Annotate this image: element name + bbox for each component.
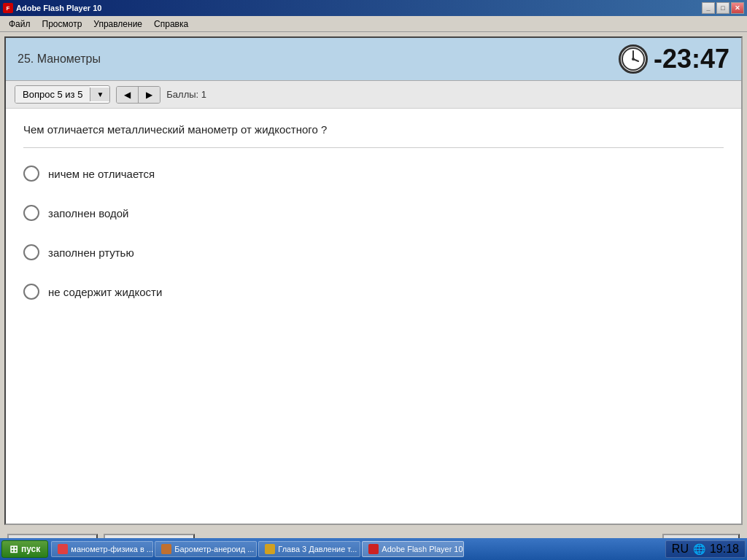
quiz-title: 25. Манометры — [18, 52, 101, 66]
radio-1[interactable] — [23, 166, 39, 182]
title-bar: F Adobe Flash Player 10 _ □ ✕ — [0, 0, 747, 16]
answer-text-1: ничем не отличается — [48, 168, 155, 180]
answer-text-3: заполнен ртутью — [48, 246, 134, 259]
nav-bar: Вопрос 5 из 5 ▼ ◀ ▶ Баллы: 1 — [6, 81, 741, 109]
app-icon: F — [3, 3, 13, 13]
maximize-button[interactable]: □ — [716, 2, 729, 14]
timer-display: -23:47 — [654, 44, 729, 74]
clock: 19:18 — [710, 542, 739, 556]
dropdown-arrow[interactable]: ▼ — [90, 88, 109, 101]
taskbar-item-1[interactable]: манометр-физика в ... — [51, 541, 153, 557]
taskbar-item-2[interactable]: Барометр-анероид ... — [155, 541, 257, 557]
taskbar-items: манометр-физика в ... Барометр-анероид .… — [51, 541, 665, 557]
menu-control[interactable]: Управление — [88, 18, 148, 31]
question-area: Чем отличается металлический манометр от… — [6, 109, 741, 524]
answer-option-3[interactable]: заполнен ртутью — [23, 244, 724, 260]
next-arrow-button[interactable]: ▶ — [139, 87, 160, 103]
flash-window: 25. Манометры -23:47 Вопрос 5 из 5 ▼ — [4, 36, 743, 525]
question-divider — [23, 147, 724, 148]
taskbar: ⊞ пуск манометр-физика в ... Барометр-ан… — [0, 538, 747, 560]
main-area: 25. Манометры -23:47 Вопрос 5 из 5 ▼ — [0, 32, 747, 529]
taskbar-item-3[interactable]: Глава 3 Давление т... — [258, 541, 360, 557]
window-title: Adobe Flash Player 10 — [16, 4, 101, 12]
radio-2[interactable] — [23, 205, 39, 221]
language-indicator: RU — [672, 542, 689, 556]
radio-4[interactable] — [23, 284, 39, 300]
svg-point-3 — [632, 58, 635, 61]
clock-icon — [619, 44, 648, 74]
timer-container: -23:47 — [619, 44, 729, 74]
prev-arrow-button[interactable]: ◀ — [117, 87, 139, 103]
menu-view[interactable]: Просмотр — [36, 18, 88, 31]
answer-option-2[interactable]: заполнен водой — [23, 205, 724, 221]
menu-bar: Файл Просмотр Управление Справка — [0, 16, 747, 32]
menu-help[interactable]: Справка — [148, 18, 194, 31]
window-controls: _ □ ✕ — [702, 2, 744, 14]
answer-text-4: не содержит жидкости — [48, 286, 162, 298]
answer-text-2: заполнен водой — [48, 207, 128, 219]
question-text: Чем отличается металлический манометр от… — [23, 123, 724, 136]
start-label: пуск — [21, 544, 40, 554]
close-button[interactable]: ✕ — [731, 2, 744, 14]
quiz-header: 25. Манометры -23:47 — [6, 38, 741, 81]
start-button[interactable]: ⊞ пуск — [1, 540, 48, 558]
system-tray: RU 🌐 19:18 — [665, 540, 746, 558]
radio-3[interactable] — [23, 244, 39, 260]
answer-option-1[interactable]: ничем не отличается — [23, 166, 724, 182]
taskbar-icon-3 — [265, 544, 275, 554]
taskbar-item-4[interactable]: Adobe Flash Player 10 — [362, 541, 464, 557]
nav-arrows: ◀ ▶ — [116, 86, 160, 104]
taskbar-icon-1 — [58, 544, 68, 554]
minimize-button[interactable]: _ — [702, 2, 715, 14]
answer-option-4[interactable]: не содержит жидкости — [23, 284, 724, 300]
menu-file[interactable]: Файл — [3, 18, 36, 31]
question-selector[interactable]: Вопрос 5 из 5 ▼ — [15, 85, 110, 104]
svg-point-0 — [622, 48, 644, 70]
question-selector-label: Вопрос 5 из 5 — [15, 86, 90, 103]
taskbar-icon-4 — [368, 544, 379, 554]
globe-icon: 🌐 — [693, 543, 705, 555]
taskbar-icon-2 — [161, 544, 171, 554]
score-label: Баллы: 1 — [166, 89, 206, 100]
